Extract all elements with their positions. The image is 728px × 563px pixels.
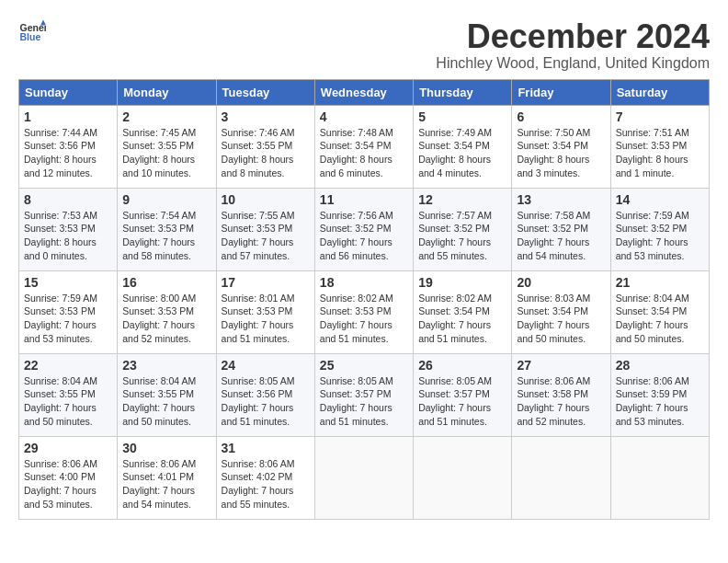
- weekday-header-cell: Sunday: [19, 79, 118, 105]
- day-info: Sunrise: 7:48 AM Sunset: 3:54 PM Dayligh…: [320, 126, 408, 180]
- day-info: Sunrise: 8:06 AM Sunset: 3:58 PM Dayligh…: [517, 374, 605, 429]
- day-number: 5: [418, 109, 506, 124]
- calendar-body: 1Sunrise: 7:44 AM Sunset: 3:56 PM Daylig…: [19, 105, 710, 519]
- weekday-header-cell: Wednesday: [314, 79, 413, 105]
- day-number: 25: [320, 358, 408, 373]
- calendar-day-cell: 10Sunrise: 7:55 AM Sunset: 3:53 PM Dayli…: [216, 188, 314, 270]
- title-area: December 2024 Hinchley Wood, England, Un…: [436, 18, 710, 72]
- calendar-day-cell: 21Sunrise: 8:04 AM Sunset: 3:54 PM Dayli…: [610, 270, 709, 353]
- calendar-day-cell: [512, 436, 610, 519]
- day-number: 24: [222, 358, 310, 373]
- day-info: Sunrise: 8:02 AM Sunset: 3:54 PM Dayligh…: [418, 292, 506, 346]
- day-info: Sunrise: 8:06 AM Sunset: 4:02 PM Dayligh…: [222, 457, 310, 511]
- calendar-day-cell: 15Sunrise: 7:59 AM Sunset: 3:53 PM Dayli…: [19, 270, 118, 353]
- calendar-day-cell: 3Sunrise: 7:46 AM Sunset: 3:55 PM Daylig…: [216, 105, 314, 188]
- calendar-day-cell: 9Sunrise: 7:54 AM Sunset: 3:53 PM Daylig…: [118, 188, 216, 270]
- calendar-day-cell: 17Sunrise: 8:01 AM Sunset: 3:53 PM Dayli…: [216, 270, 314, 353]
- day-number: 1: [24, 109, 112, 124]
- calendar-day-cell: [610, 436, 709, 519]
- day-number: 27: [517, 358, 605, 373]
- calendar-day-cell: 26Sunrise: 8:05 AM Sunset: 3:57 PM Dayli…: [414, 353, 512, 436]
- day-number: 16: [122, 275, 210, 290]
- logo-icon: General Blue: [18, 18, 46, 46]
- day-number: 29: [24, 441, 112, 455]
- calendar-day-cell: 30Sunrise: 8:06 AM Sunset: 4:01 PM Dayli…: [118, 436, 216, 519]
- calendar-day-cell: 6Sunrise: 7:50 AM Sunset: 3:54 PM Daylig…: [512, 105, 610, 188]
- calendar-table: SundayMondayTuesdayWednesdayThursdayFrid…: [18, 79, 710, 520]
- day-number: 22: [24, 358, 112, 373]
- location-title: Hinchley Wood, England, United Kingdom: [436, 55, 710, 72]
- calendar-day-cell: 1Sunrise: 7:44 AM Sunset: 3:56 PM Daylig…: [19, 105, 118, 188]
- calendar-day-cell: 22Sunrise: 8:04 AM Sunset: 3:55 PM Dayli…: [19, 353, 118, 436]
- day-info: Sunrise: 8:04 AM Sunset: 3:54 PM Dayligh…: [616, 292, 704, 346]
- weekday-header-cell: Monday: [118, 79, 216, 105]
- day-number: 15: [24, 275, 112, 290]
- page-header: General Blue December 2024 Hinchley Wood…: [18, 18, 710, 72]
- weekday-header-cell: Saturday: [610, 79, 709, 105]
- day-info: Sunrise: 7:57 AM Sunset: 3:52 PM Dayligh…: [418, 209, 506, 263]
- day-info: Sunrise: 7:55 AM Sunset: 3:53 PM Dayligh…: [222, 209, 310, 263]
- calendar-week-row: 22Sunrise: 8:04 AM Sunset: 3:55 PM Dayli…: [19, 353, 710, 436]
- day-info: Sunrise: 8:06 AM Sunset: 3:59 PM Dayligh…: [616, 374, 704, 429]
- day-number: 20: [517, 275, 605, 290]
- day-number: 19: [418, 275, 506, 290]
- day-info: Sunrise: 8:04 AM Sunset: 3:55 PM Dayligh…: [24, 374, 112, 429]
- day-info: Sunrise: 8:04 AM Sunset: 3:55 PM Dayligh…: [122, 374, 210, 429]
- calendar-day-cell: 18Sunrise: 8:02 AM Sunset: 3:53 PM Dayli…: [314, 270, 413, 353]
- calendar-day-cell: 7Sunrise: 7:51 AM Sunset: 3:53 PM Daylig…: [610, 105, 709, 188]
- day-info: Sunrise: 8:05 AM Sunset: 3:56 PM Dayligh…: [222, 374, 310, 429]
- calendar-day-cell: 5Sunrise: 7:49 AM Sunset: 3:54 PM Daylig…: [414, 105, 512, 188]
- calendar-day-cell: 29Sunrise: 8:06 AM Sunset: 4:00 PM Dayli…: [19, 436, 118, 519]
- day-info: Sunrise: 7:59 AM Sunset: 3:53 PM Dayligh…: [24, 292, 112, 346]
- day-number: 7: [616, 109, 704, 124]
- day-number: 8: [24, 192, 112, 207]
- calendar-day-cell: 28Sunrise: 8:06 AM Sunset: 3:59 PM Dayli…: [610, 353, 709, 436]
- calendar-day-cell: 19Sunrise: 8:02 AM Sunset: 3:54 PM Dayli…: [414, 270, 512, 353]
- day-number: 10: [222, 192, 310, 207]
- calendar-day-cell: 11Sunrise: 7:56 AM Sunset: 3:52 PM Dayli…: [314, 188, 413, 270]
- day-number: 3: [222, 109, 310, 124]
- day-number: 4: [320, 109, 408, 124]
- day-number: 21: [616, 275, 704, 290]
- day-info: Sunrise: 7:53 AM Sunset: 3:53 PM Dayligh…: [24, 209, 112, 263]
- month-title: December 2024: [436, 18, 710, 55]
- day-number: 14: [616, 192, 704, 207]
- calendar-day-cell: 8Sunrise: 7:53 AM Sunset: 3:53 PM Daylig…: [19, 188, 118, 270]
- calendar-day-cell: 14Sunrise: 7:59 AM Sunset: 3:52 PM Dayli…: [610, 188, 709, 270]
- day-number: 26: [418, 358, 506, 373]
- day-number: 30: [122, 441, 210, 455]
- calendar-week-row: 29Sunrise: 8:06 AM Sunset: 4:00 PM Dayli…: [19, 436, 710, 519]
- day-info: Sunrise: 8:00 AM Sunset: 3:53 PM Dayligh…: [122, 292, 210, 346]
- calendar-day-cell: 27Sunrise: 8:06 AM Sunset: 3:58 PM Dayli…: [512, 353, 610, 436]
- day-number: 9: [122, 192, 210, 207]
- day-info: Sunrise: 8:05 AM Sunset: 3:57 PM Dayligh…: [320, 374, 408, 429]
- day-info: Sunrise: 7:58 AM Sunset: 3:52 PM Dayligh…: [517, 209, 605, 263]
- day-number: 2: [122, 109, 210, 124]
- svg-text:Blue: Blue: [20, 31, 41, 42]
- day-number: 28: [616, 358, 704, 373]
- day-info: Sunrise: 7:46 AM Sunset: 3:55 PM Dayligh…: [222, 126, 310, 180]
- day-info: Sunrise: 8:06 AM Sunset: 4:00 PM Dayligh…: [24, 457, 112, 511]
- calendar-day-cell: 4Sunrise: 7:48 AM Sunset: 3:54 PM Daylig…: [314, 105, 413, 188]
- day-number: 17: [222, 275, 310, 290]
- calendar-day-cell: [414, 436, 512, 519]
- day-info: Sunrise: 7:59 AM Sunset: 3:52 PM Dayligh…: [616, 209, 704, 263]
- day-number: 13: [517, 192, 605, 207]
- day-info: Sunrise: 8:01 AM Sunset: 3:53 PM Dayligh…: [222, 292, 310, 346]
- day-info: Sunrise: 7:56 AM Sunset: 3:52 PM Dayligh…: [320, 209, 408, 263]
- calendar-week-row: 15Sunrise: 7:59 AM Sunset: 3:53 PM Dayli…: [19, 270, 710, 353]
- day-number: 6: [517, 109, 605, 124]
- day-info: Sunrise: 7:51 AM Sunset: 3:53 PM Dayligh…: [616, 126, 704, 180]
- day-info: Sunrise: 7:50 AM Sunset: 3:54 PM Dayligh…: [517, 126, 605, 180]
- calendar-day-cell: 16Sunrise: 8:00 AM Sunset: 3:53 PM Dayli…: [118, 270, 216, 353]
- day-info: Sunrise: 8:03 AM Sunset: 3:54 PM Dayligh…: [517, 292, 605, 346]
- weekday-header-row: SundayMondayTuesdayWednesdayThursdayFrid…: [19, 79, 710, 105]
- calendar-day-cell: 12Sunrise: 7:57 AM Sunset: 3:52 PM Dayli…: [414, 188, 512, 270]
- calendar-day-cell: 20Sunrise: 8:03 AM Sunset: 3:54 PM Dayli…: [512, 270, 610, 353]
- day-number: 12: [418, 192, 506, 207]
- calendar-day-cell: 31Sunrise: 8:06 AM Sunset: 4:02 PM Dayli…: [216, 436, 314, 519]
- calendar-day-cell: 13Sunrise: 7:58 AM Sunset: 3:52 PM Dayli…: [512, 188, 610, 270]
- day-number: 23: [122, 358, 210, 373]
- calendar-day-cell: 25Sunrise: 8:05 AM Sunset: 3:57 PM Dayli…: [314, 353, 413, 436]
- calendar-day-cell: 24Sunrise: 8:05 AM Sunset: 3:56 PM Dayli…: [216, 353, 314, 436]
